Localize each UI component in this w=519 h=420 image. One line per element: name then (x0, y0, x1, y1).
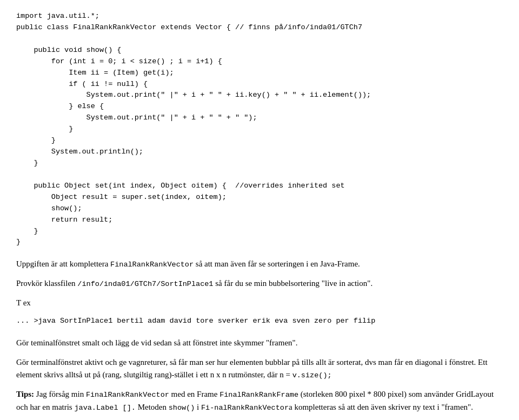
code-block: import java.util.*; public class FinalRa… (16, 11, 503, 248)
paragraph-1: Uppgiften är att komplettera FinalRankRa… (16, 258, 503, 271)
tips-text-before: Jag försåg min (34, 390, 86, 398)
tips-code4: show() (169, 404, 195, 412)
code-section: import java.util.*; public class FinalRa… (16, 11, 503, 248)
para2-text-after: så får du se min bubbelsortering "live i… (213, 279, 372, 288)
tips-text-middle2: Metoden (136, 403, 169, 411)
para5-code1: v.size(); (292, 371, 332, 379)
tips-code3: java.Label []. (74, 404, 135, 412)
paragraph-2: Provkör klassfilen /info/inda01/GTCh7/So… (16, 277, 503, 290)
tips-code5: Fi-nalRankRankVector (201, 404, 289, 412)
tips-label: Tips: (16, 390, 34, 398)
paragraph-5: Gör terminalfönstret aktivt och ge vagnr… (16, 356, 503, 382)
para2-code1: /info/inda01/GTCh7/SortInPlace1 (77, 280, 213, 288)
tips-text-middle3: i (195, 403, 201, 411)
tips-code2: FinalRankRankFrame (219, 391, 298, 399)
tips-text-end: a kompletteras så att den även skriver n… (289, 403, 473, 411)
tips-code1: FinalRankRankVector (86, 391, 169, 399)
para1-text-before: Uppgiften är att komplettera (16, 259, 110, 268)
para2-text-before: Provkör klassfilen (16, 279, 77, 288)
para1-text-after: så att man även får se sorteringen i en … (194, 259, 360, 268)
paragraph-3: T ex (16, 297, 503, 309)
tips-paragraph: Tips: Jag försåg min FinalRankRankVector… (16, 388, 503, 414)
command-line: ... >java SortInPlace1 bertil adam david… (16, 316, 503, 327)
para3-text: T ex (16, 298, 31, 307)
tips-text-middle: med en Frame (169, 390, 219, 398)
para4-text: Gör teminalfönstret smalt och lägg de vi… (16, 338, 297, 347)
paragraph-4: Gör teminalfönstret smalt och lägg de vi… (16, 337, 503, 349)
para1-code1: FinalRankRankVector (110, 261, 194, 269)
para5-text: Gör terminalfönstret aktivt och ge vagnr… (16, 358, 488, 379)
